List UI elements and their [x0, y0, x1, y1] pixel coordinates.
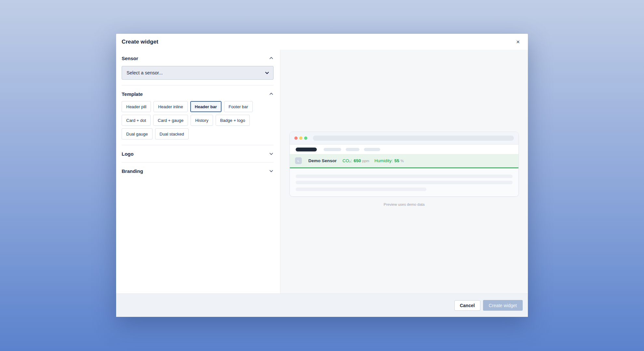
template-option-header-inline[interactable]: Header inline	[154, 101, 188, 112]
create-widget-modal: Create widget × Sensor Select a sensor..…	[116, 34, 528, 317]
page-content-skeleton	[290, 168, 518, 196]
skeleton-bar	[296, 188, 426, 191]
humidity-value: 55	[394, 158, 399, 163]
cancel-button[interactable]: Cancel	[454, 300, 480, 311]
widget-logo-badge: L	[295, 157, 302, 164]
nav-logo-placeholder	[296, 148, 317, 151]
preview-panel: L Demo Sensor CO₂: 650 ppm Humidity: 55 …	[280, 50, 528, 293]
humidity-unit: %	[401, 159, 404, 163]
traffic-light-yellow-icon	[299, 136, 302, 140]
section-logo-header[interactable]: Logo	[122, 150, 274, 157]
nav-link-placeholder	[364, 148, 380, 151]
nav-link-placeholder	[324, 148, 341, 151]
divider	[122, 162, 274, 162]
widget-co2-metric: CO₂: 650 ppm	[342, 158, 369, 163]
co2-unit: ppm	[362, 159, 369, 163]
co2-value: 650	[354, 158, 361, 163]
browser-topbar	[290, 132, 518, 145]
widget-preview-card: L Demo Sensor CO₂: 650 ppm Humidity: 55 …	[289, 132, 519, 197]
section-branding-header[interactable]: Branding	[122, 168, 274, 174]
section-logo-label: Logo	[122, 151, 134, 157]
section-template-label: Template	[122, 91, 143, 97]
divider	[122, 145, 274, 145]
template-option-dual-gauge[interactable]: Dual gauge	[122, 128, 153, 139]
preview-group: L Demo Sensor CO₂: 650 ppm Humidity: 55 …	[289, 132, 519, 206]
humidity-label: Humidity:	[374, 158, 393, 163]
template-option-card-gauge[interactable]: Card + gauge	[153, 115, 188, 126]
create-widget-button[interactable]: Create widget	[483, 300, 523, 311]
template-options-grid: Header pill Header inline Header bar Foo…	[122, 101, 275, 139]
skeleton-bar	[296, 175, 513, 178]
modal-body: Sensor Select a sensor... Template Heade…	[116, 50, 528, 293]
close-icon[interactable]: ×	[515, 38, 521, 46]
page-background: Create widget × Sensor Select a sensor..…	[0, 0, 644, 351]
modal-header: Create widget ×	[116, 34, 528, 50]
page-title: Create widget	[122, 39, 158, 45]
section-sensor-label: Sensor	[122, 56, 138, 61]
preview-caption: Preview uses demo data	[384, 202, 425, 206]
widget-humidity-metric: Humidity: 55 %	[374, 158, 404, 163]
traffic-light-red-icon	[294, 136, 298, 140]
settings-panel: Sensor Select a sensor... Template Heade…	[116, 50, 280, 293]
template-option-card-dot[interactable]: Card + dot	[122, 115, 151, 126]
template-option-badge-logo[interactable]: Badge + logo	[216, 115, 250, 126]
chevron-up-icon	[269, 92, 274, 96]
widget-sensor-name: Demo Sensor	[308, 158, 337, 163]
chevron-down-icon	[269, 151, 274, 156]
section-template-header[interactable]: Template	[122, 91, 274, 97]
section-sensor-header[interactable]: Sensor	[122, 55, 274, 61]
template-option-history[interactable]: History	[191, 115, 213, 126]
sensor-select[interactable]: Select a sensor...	[122, 66, 274, 80]
traffic-light-green-icon	[304, 136, 307, 140]
chevron-down-icon	[265, 71, 269, 75]
sensor-select-value: Select a sensor...	[127, 70, 163, 75]
nav-link-placeholder	[346, 148, 359, 151]
url-bar-placeholder	[313, 136, 514, 141]
skeleton-bar	[296, 181, 513, 184]
chevron-down-icon	[269, 169, 274, 173]
modal-footer: Cancel Create widget	[116, 293, 528, 317]
template-option-dual-stacked[interactable]: Dual stacked	[155, 128, 189, 139]
template-option-header-bar[interactable]: Header bar	[190, 101, 221, 112]
chevron-up-icon	[269, 56, 274, 60]
section-branding-label: Branding	[122, 168, 143, 174]
divider	[122, 85, 274, 85]
browser-nav-row	[290, 145, 518, 154]
template-option-footer-bar[interactable]: Footer bar	[224, 101, 253, 112]
co2-label: CO₂:	[342, 158, 352, 163]
template-option-header-pill[interactable]: Header pill	[122, 101, 151, 112]
widget-header-bar: L Demo Sensor CO₂: 650 ppm Humidity: 55 …	[290, 154, 518, 168]
